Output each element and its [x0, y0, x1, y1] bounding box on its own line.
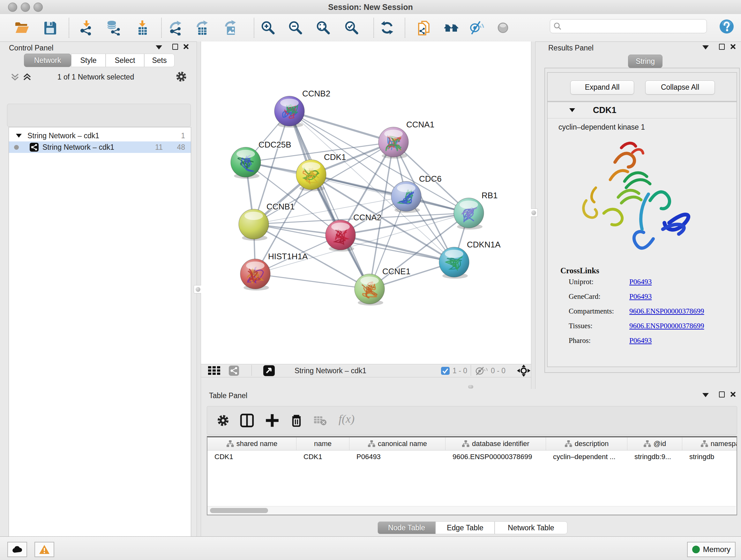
network-node-CCNB2[interactable]: CCNB2	[274, 89, 330, 128]
network-node-RB1[interactable]: RB1	[454, 191, 498, 230]
cell-database-identifier[interactable]: 9606.ENSP00000378699	[446, 450, 546, 463]
string-home-icon[interactable]	[444, 20, 459, 36]
gene-section-header[interactable]: CDK1	[548, 102, 737, 118]
column-header-description[interactable]: description	[546, 437, 627, 450]
zoom-in-icon[interactable]	[260, 20, 276, 36]
birdseye-view-icon[interactable]	[517, 365, 530, 377]
crosslink-link[interactable]: P06493	[629, 336, 652, 345]
hide-glasses-icon[interactable]	[469, 20, 484, 36]
create-column-icon[interactable]	[265, 414, 279, 428]
grid-view-icon[interactable]	[208, 366, 222, 375]
crosslink-link[interactable]: P06493	[629, 293, 652, 301]
export-image-icon[interactable]	[223, 20, 239, 36]
close-panel-icon[interactable]	[730, 391, 736, 397]
float-panel-icon[interactable]	[172, 44, 178, 50]
network-node-CDKN1A[interactable]: CDKN1A	[439, 240, 501, 279]
panel-menu-icon[interactable]	[156, 45, 162, 50]
cloud-button[interactable]	[7, 542, 27, 557]
bottom-splitter-grip[interactable]	[468, 385, 473, 388]
tab-network-table[interactable]: Network Table	[495, 521, 567, 534]
zoom-fit-icon[interactable]	[316, 20, 331, 36]
warning-icon	[39, 545, 50, 554]
detach-view-icon[interactable]	[263, 365, 275, 376]
tab-select[interactable]: Select	[106, 54, 144, 67]
expand-all-button[interactable]: Expand All	[570, 80, 634, 95]
network-node-CCNA1[interactable]: CCNA1	[379, 120, 434, 159]
memory-button[interactable]: Memory	[687, 542, 736, 557]
zoom-out-icon[interactable]	[288, 20, 303, 36]
crosslink-link[interactable]: 9606.ENSP00000378699	[629, 322, 704, 330]
network-tree-child-row[interactable]: String Network – cdk1 11 48	[9, 141, 191, 153]
expand-all-networks-icon[interactable]	[22, 72, 32, 82]
network-node-HIST1H1A[interactable]: HIST1H1A	[240, 252, 308, 291]
warnings-button[interactable]	[35, 542, 54, 557]
help-icon[interactable]	[719, 19, 734, 34]
tab-node-table[interactable]: Node Table	[378, 521, 435, 534]
open-session-icon[interactable]	[14, 20, 29, 36]
import-table-file-icon[interactable]	[135, 20, 150, 36]
search-input[interactable]	[562, 22, 703, 30]
refresh-icon[interactable]	[380, 20, 395, 36]
collapse-all-button[interactable]: Collapse All	[645, 80, 715, 95]
crosslinks-title: CrossLinks	[560, 266, 737, 275]
show-eye-icon[interactable]	[495, 20, 511, 36]
import-network-database-icon[interactable]	[106, 20, 121, 36]
network-edge-CCNE1-HIST1H1A[interactable]	[255, 274, 369, 289]
cell--id[interactable]: stringdb:9...	[627, 450, 682, 463]
column-header-database-identifier[interactable]: database identifier	[446, 437, 546, 450]
column-header-namespace[interactable]: namespace	[682, 437, 737, 450]
network-node-CDK1[interactable]: CDK1	[296, 152, 346, 191]
network-node-CCNB1[interactable]: CCNB1	[239, 202, 294, 241]
network-canvas[interactable]: CCNB2CCNA1CDC25BCDK1CDC6RB1CCNB1CCNA2CDK…	[201, 42, 531, 364]
tab-style[interactable]: Style	[71, 54, 106, 67]
search-field[interactable]	[550, 19, 707, 33]
zoom-selected-icon[interactable]	[344, 20, 359, 36]
tab-edge-table[interactable]: Edge Table	[435, 521, 495, 534]
collapse-node-icon[interactable]	[16, 134, 22, 138]
network-node-CCNE1[interactable]: CCNE1	[354, 266, 410, 306]
table-options-gear-icon[interactable]	[216, 414, 230, 428]
share-document-icon[interactable]	[417, 20, 432, 36]
delete-column-icon[interactable]	[289, 414, 304, 428]
float-panel-icon[interactable]	[719, 44, 725, 50]
crosslink-label: Uniprot:	[569, 278, 629, 286]
scrollbar-thumb[interactable]	[210, 508, 268, 513]
network-edge-CCNB2-CCNA1[interactable]	[289, 111, 394, 142]
save-session-icon[interactable]	[43, 20, 58, 36]
network-node-CDC25B[interactable]: CDC25B	[231, 140, 291, 179]
cell-namespace[interactable]: stringdb	[682, 450, 737, 463]
export-network-icon[interactable]	[168, 20, 184, 36]
cell-description[interactable]: cyclin–dependent ...	[546, 450, 627, 463]
panel-menu-icon[interactable]	[702, 45, 709, 50]
tab-network[interactable]: Network	[24, 54, 71, 67]
node-label-HIST1H1A: HIST1H1A	[268, 252, 308, 261]
close-panel-icon[interactable]	[730, 44, 736, 50]
cell-canonical-name[interactable]: P06493	[349, 450, 446, 463]
column-header-name[interactable]: name	[296, 437, 349, 450]
column-header--id[interactable]: @id	[627, 437, 682, 450]
network-edge-CCNB2-CCNE1[interactable]	[289, 111, 369, 289]
column-header-shared-name[interactable]: shared name	[207, 437, 296, 450]
crosslink-link[interactable]: 9606.ENSP00000378699	[629, 307, 704, 315]
network-options-gear-icon[interactable]	[175, 70, 188, 83]
cell-name[interactable]: CDK1	[296, 450, 349, 463]
tab-sets[interactable]: Sets	[144, 54, 175, 67]
cell-shared-name[interactable]: CDK1	[207, 450, 296, 463]
tab-string[interactable]: String	[628, 55, 663, 68]
crosslink-link[interactable]: P06493	[629, 278, 652, 286]
current-network-view-icon[interactable]	[228, 366, 239, 376]
table-horizontal-scrollbar[interactable]	[207, 506, 736, 515]
shared-column-icon	[643, 440, 651, 448]
collapse-all-networks-icon[interactable]	[10, 72, 20, 82]
export-table-icon[interactable]	[195, 20, 210, 36]
selected-checkbox-icon[interactable]	[441, 367, 450, 375]
column-header-canonical-name[interactable]: canonical name	[349, 437, 446, 450]
panel-menu-icon[interactable]	[702, 393, 709, 397]
import-network-file-icon[interactable]	[79, 20, 94, 36]
close-panel-icon[interactable]	[183, 44, 189, 50]
show-columns-icon[interactable]	[240, 414, 254, 428]
float-panel-icon[interactable]	[719, 391, 725, 397]
table-row[interactable]: CDK1CDK1P064939606.ENSP00000378699cyclin…	[207, 450, 737, 463]
collapse-section-icon[interactable]	[569, 108, 575, 112]
network-tree-root-row[interactable]: String Network – cdk1 1	[9, 130, 191, 141]
